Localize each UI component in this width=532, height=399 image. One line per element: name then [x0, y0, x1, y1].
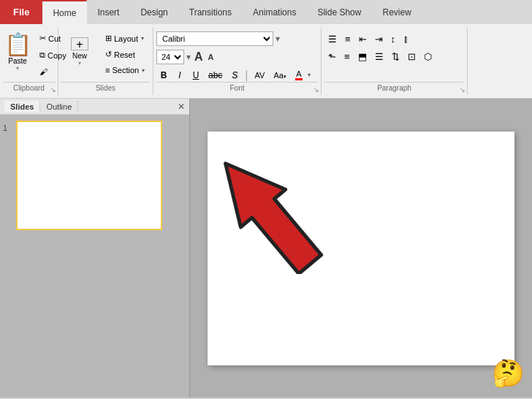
font-size-increase[interactable]: A	[193, 50, 205, 64]
animations-tab[interactable]: Animations	[243, 0, 307, 24]
file-tab[interactable]: File	[0, 0, 42, 24]
font-group: Calibri ▾ 24 ▾ A A B I U abc S | AV Aa▾	[153, 27, 322, 95]
font-color-button[interactable]: A	[292, 68, 306, 82]
new-slide-dropdown[interactable]: ▾	[78, 60, 81, 66]
layout-label: Layout	[114, 34, 138, 43]
section-icon: ≡	[105, 66, 110, 75]
insert-tab[interactable]: Insert	[87, 0, 130, 24]
outline-tab[interactable]: Outline	[40, 101, 78, 113]
format-painter-icon: 🖌	[39, 67, 48, 76]
slides-list: 1	[0, 115, 189, 398]
paragraph-group: ☰ ≡ ⇤ ⇥ ↕ ⫿ ⬑ ≡ ⬒ ☰ ⇅ ⊡ ⬡ Paragraph ↘	[322, 27, 468, 95]
paste-icon: 📋	[4, 31, 31, 57]
ribbon-content: 📋 Paste ▾ ✂ Cut ⧉ Copy 🖌 Clipboard ↘	[0, 24, 532, 99]
font-size-dropdown[interactable]: ▾	[186, 52, 191, 62]
indent-decrease[interactable]: ⇤	[355, 31, 370, 47]
paste-dropdown[interactable]: ▾	[16, 65, 19, 72]
convert-to-smartart[interactable]: ⬡	[420, 49, 436, 64]
font-size-decrease[interactable]: A	[207, 53, 216, 61]
font-size-row: 24 ▾ A A	[156, 50, 318, 64]
align-right[interactable]: ⬒	[354, 49, 370, 64]
slides-tab[interactable]: Slides	[4, 101, 40, 113]
reset-label: Reset	[114, 50, 135, 59]
transitions-tab[interactable]: Transitions	[179, 0, 243, 24]
main-area: Slides Outline ✕ 1 🤔	[0, 99, 532, 398]
slides-label: Slides	[61, 82, 150, 94]
font-size-select[interactable]: 24	[156, 50, 184, 64]
review-tab[interactable]: Review	[372, 0, 422, 24]
slides-panel: Slides Outline ✕ 1	[0, 99, 190, 398]
align-justify[interactable]: ☰	[371, 49, 387, 64]
reset-button[interactable]: ↺ Reset	[101, 48, 149, 61]
section-button[interactable]: ≡ Section ▾	[101, 64, 149, 77]
paste-label: Paste	[8, 57, 27, 65]
canvas-area: 🤔	[190, 99, 532, 398]
layout-button[interactable]: ⊞ Layout ▾	[101, 31, 149, 45]
align-center[interactable]: ≡	[341, 49, 354, 64]
align-left[interactable]: ⬑	[324, 49, 340, 64]
align-text[interactable]: ⊡	[404, 49, 419, 64]
slide-item-1: 1	[3, 121, 186, 230]
bold-button[interactable]: B	[156, 69, 171, 82]
underline-button[interactable]: U	[189, 69, 203, 82]
home-tab[interactable]: Home	[42, 0, 87, 24]
font-color-dropdown[interactable]: ▾	[308, 72, 311, 78]
ribbon-tab-bar: File Home Insert Design Transitions Anim…	[0, 0, 532, 24]
list-format-row: ☰ ≡ ⇤ ⇥ ↕ ⫿	[324, 31, 464, 47]
slide-canvas[interactable]	[208, 132, 514, 365]
italic-button[interactable]: I	[172, 69, 187, 82]
font-name-row: Calibri ▾	[156, 31, 318, 46]
new-slide-icon: +	[71, 35, 88, 52]
font-color-icon: A	[295, 69, 303, 80]
panel-close-button[interactable]: ✕	[178, 102, 185, 112]
change-case-button[interactable]: Aa▾	[270, 69, 289, 81]
slides-panel-header: Slides Outline ✕	[0, 99, 189, 115]
font-expand-icon[interactable]: ↘	[314, 86, 319, 94]
emoji-badge: 🤔	[490, 355, 526, 392]
font-label: Font	[156, 82, 318, 94]
paste-button[interactable]: 📋 Paste ▾	[3, 28, 32, 74]
align-format-row: ⬑ ≡ ⬒ ☰ ⇅ ⊡ ⬡	[324, 49, 464, 64]
font-name-dropdown[interactable]: ▾	[276, 34, 280, 44]
indent-increase[interactable]: ⇥	[371, 31, 387, 47]
cut-icon: ✂	[39, 34, 46, 43]
clipboard-label: Clipboard	[3, 82, 55, 94]
panel-tabs: Slides Outline	[4, 101, 78, 113]
layout-dropdown-arrow: ▾	[141, 35, 144, 42]
paragraph-label: Paragraph	[324, 82, 464, 94]
font-name-select[interactable]: Calibri	[156, 31, 273, 46]
text-direction[interactable]: ⇅	[388, 49, 403, 64]
font-format-row: B I U abc S | AV Aa▾ A ▾	[156, 68, 318, 82]
line-spacing[interactable]: ↕	[387, 31, 400, 47]
char-spacing-button[interactable]: AV	[251, 69, 269, 81]
numbering-button[interactable]: ≡	[341, 31, 354, 47]
new-slide-button[interactable]: + New ▾	[61, 28, 98, 72]
slides-group: + New ▾ ⊞ Layout ▾ ↺ Reset ≡ Section	[58, 27, 153, 95]
bullets-button[interactable]: ☰	[324, 31, 341, 47]
section-label: Section	[112, 66, 139, 75]
slideshow-tab[interactable]: Slide Show	[307, 0, 372, 24]
design-tab[interactable]: Design	[130, 0, 178, 24]
paragraph-expand-icon[interactable]: ↘	[460, 86, 466, 94]
expand-icon[interactable]: ↘	[50, 86, 56, 94]
slide-number: 1	[3, 123, 13, 132]
slide-thumbnail[interactable]	[16, 121, 162, 230]
new-slide-label: New	[72, 52, 87, 60]
strikethrough-button[interactable]: abc	[205, 69, 226, 82]
section-dropdown-arrow: ▾	[142, 67, 145, 74]
columns-button[interactable]: ⫿	[400, 31, 412, 47]
layout-icon: ⊞	[105, 34, 112, 43]
clipboard-group: 📋 Paste ▾ ✂ Cut ⧉ Copy 🖌 Clipboard ↘	[0, 27, 58, 95]
shadow-button[interactable]: S	[227, 69, 242, 82]
reset-icon: ↺	[105, 50, 112, 59]
copy-icon: ⧉	[39, 50, 45, 60]
